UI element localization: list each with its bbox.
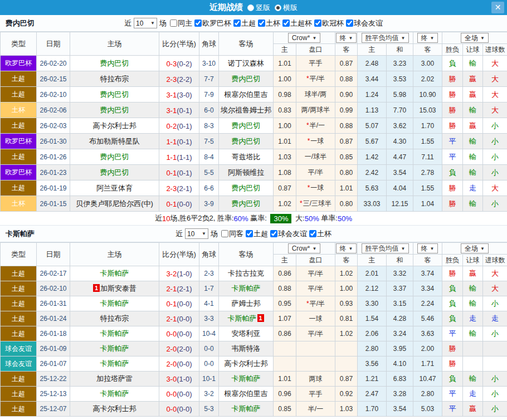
recent-count-select[interactable]: 10 ▼ — [134, 18, 157, 28]
full-time-score: 3-0 — [166, 375, 177, 383]
avg-home-odds: 3.30 — [358, 296, 387, 311]
league-filter-input[interactable] — [314, 19, 321, 27]
handicap-result-cell: 贏 — [463, 71, 483, 87]
handicap-line: *三/三球半 — [296, 196, 335, 212]
outcome-cell: 負 — [442, 296, 463, 311]
matches-table: 类型 日期 主场 比分(半场) 角球 客场 Crow*▼ 终▼ 胜平负均值▼ — [0, 32, 507, 212]
full-time-score: 1-1 — [166, 138, 177, 146]
score-cell: 3-1(3-0) — [159, 87, 199, 102]
match-row: 球会友谊26-01-07卡斯帕萨2-0(0-0)0-0高卡尔利士邦3.564.1… — [1, 356, 507, 372]
close-button[interactable]: ✕ — [491, 2, 504, 13]
league-filter-checkbox[interactable]: 土杯 — [309, 229, 332, 239]
league-filter-input[interactable] — [258, 19, 265, 27]
summary-segment: 大: — [293, 213, 304, 223]
outcome-cell: 平 — [442, 402, 463, 417]
avg-away-odds: 5.46 — [413, 311, 442, 326]
league-filter-checkbox[interactable]: 土杯 — [258, 18, 280, 28]
league-filter-checkbox[interactable]: 土超 — [233, 18, 256, 28]
full-match-select[interactable]: 全场▼ — [461, 33, 489, 43]
corner-cell: 7-5 — [199, 134, 219, 149]
full-time-score: 2-1 — [166, 285, 177, 293]
avg-home-odds: 5.63 — [358, 180, 387, 196]
handicap-line: 平/半 — [296, 165, 335, 180]
league-filter-input[interactable] — [194, 19, 202, 27]
avg-away-odds: 1.55 — [413, 134, 442, 149]
col-date: 日期 — [37, 32, 70, 56]
col-type: 类型 — [1, 243, 37, 266]
handicap-away-odds: 0.80 — [335, 196, 358, 212]
handicap-away-odds — [335, 356, 358, 372]
half-time-score: (3-0) — [177, 91, 192, 99]
same-venue-checkbox[interactable]: 同客 — [221, 229, 243, 239]
summary-segment: 单率: — [319, 213, 338, 223]
goals-result-cell: 大 — [483, 87, 507, 102]
league-filter-checkbox[interactable]: 球会友谊 — [270, 229, 307, 239]
league-filter-input[interactable] — [246, 230, 253, 237]
final-handicap-select[interactable]: 终▼ — [336, 243, 357, 253]
handicap-home-odds: 0.83 — [274, 102, 296, 118]
same-venue-input[interactable] — [170, 19, 177, 27]
league-cell: 球会友谊 — [1, 356, 37, 372]
same-venue-input[interactable] — [221, 230, 228, 237]
league-filter-label: 土超 — [241, 18, 256, 28]
league-filter-input[interactable] — [270, 230, 277, 237]
league-filter-checkbox[interactable]: 土超杯 — [282, 18, 312, 28]
league-filter-input[interactable] — [233, 19, 241, 27]
dropdown-arrow-icon: ▼ — [401, 36, 406, 41]
away-team-cell: 卡斯帕萨 — [219, 372, 274, 387]
league-cell: 土超 — [1, 372, 37, 387]
avg-home-odds: 33.03 — [358, 196, 387, 212]
full-time-score: 0-1 — [166, 300, 177, 308]
team-name-text: 诺丁汉森林 — [228, 59, 264, 67]
avg-away-odds: 1.71 — [413, 356, 442, 372]
crown-odds-select[interactable]: Crow*▼ — [288, 33, 321, 43]
match-row: 土超26-01-31卡斯帕萨0-1(0-0)4-1萨姆士邦0.95*平/半0.9… — [1, 296, 507, 311]
league-filter-checkbox[interactable]: 土超 — [246, 229, 268, 239]
league-filter-checkbox[interactable]: 欧冠杯 — [314, 18, 344, 28]
full-match-select[interactable]: 全场▼ — [461, 243, 489, 253]
subcol-avg-away: 客 — [413, 44, 442, 56]
league-filter-label: 土杯 — [266, 18, 280, 28]
final-avg-select[interactable]: 终▼ — [417, 33, 438, 43]
league-cell: 土超 — [1, 180, 37, 196]
league-filter-checkbox[interactable]: 欧罗巴杯 — [194, 18, 231, 28]
league-cell: 土超 — [1, 71, 37, 87]
full-time-score: 2-3 — [166, 184, 177, 193]
recent-count-value: 10 — [187, 230, 194, 238]
match-row: 土杯26-01-15贝伊奥卢耶尼恰尔西(中)0-1(0-0)3-9费内巴切1.0… — [1, 196, 507, 212]
summary-segment: 10 — [162, 214, 170, 223]
avg-odds-select[interactable]: 胜平负均值▼ — [362, 243, 410, 253]
league-filter-input[interactable] — [309, 230, 316, 237]
corner-cell: 1-7 — [199, 281, 219, 296]
same-venue-checkbox[interactable]: 同主 — [170, 18, 192, 28]
handicap-home-odds: 0.88 — [274, 281, 296, 296]
full-match-header: 全场▼ — [442, 243, 507, 255]
avg-away-odds: 3.74 — [413, 266, 442, 281]
final-handicap-select[interactable]: 终▼ — [336, 33, 357, 43]
handicap-line: 两球 — [296, 372, 335, 387]
away-team-cell: 安塔利亚 — [219, 326, 274, 341]
avg-odds-select[interactable]: 胜平负均值▼ — [362, 33, 410, 43]
avg-home-odds: 2.06 — [358, 326, 387, 341]
league-filter-checkbox[interactable]: 球会友谊 — [346, 18, 383, 28]
subcol-handicap-line: 盘口 — [296, 44, 335, 56]
layout-option-horizontal[interactable]: 横版 — [275, 3, 298, 13]
score-cell: 0-2(0-1) — [159, 118, 199, 134]
league-filter-input[interactable] — [282, 19, 290, 27]
away-team-cell: 韦斯特洛 — [219, 341, 274, 356]
league-cell: 欧罗巴杯 — [1, 165, 37, 180]
layout-option-vertical[interactable]: 竖版 — [247, 3, 270, 13]
half-time-score: (2-1) — [177, 285, 192, 293]
goals-result-cell: 小 — [483, 402, 507, 417]
match-row: 土超25-12-07高卡尔利士邦0-0(0-0)5-3卡斯帕萨0.85半/一1.… — [1, 402, 507, 417]
avg-draw-odds: 3.53 — [387, 71, 413, 87]
league-filter-input[interactable] — [346, 19, 353, 27]
radio-unselected-icon — [247, 4, 254, 11]
final-avg-select[interactable]: 终▼ — [417, 243, 438, 253]
avg-draw-odds: 3.62 — [387, 118, 413, 134]
crown-odds-select[interactable]: Crow*▼ — [288, 243, 321, 253]
handicap-away-odds: 0.93 — [335, 296, 358, 311]
col-score: 比分(半场) — [159, 32, 199, 56]
recent-count-select[interactable]: 10 ▼ — [185, 228, 208, 239]
handicap-home-odds: 0.86 — [274, 266, 296, 281]
